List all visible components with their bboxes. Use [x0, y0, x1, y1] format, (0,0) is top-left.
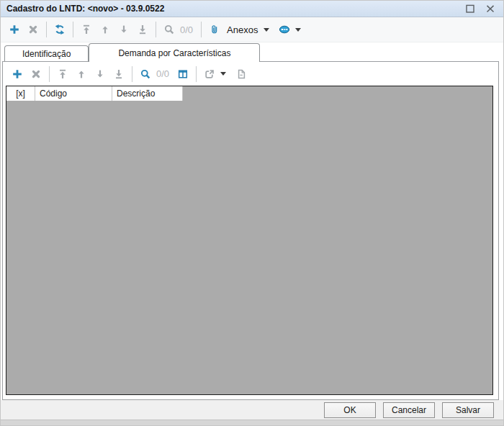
search-icon: [163, 24, 175, 35]
move-up-icon: [99, 24, 111, 35]
grid-export-button[interactable]: [200, 65, 219, 83]
search-icon: [140, 68, 151, 80]
footer-bar: OK Cancelar Salvar: [1, 400, 503, 420]
grid-header-row: [x] Código Descrição: [6, 86, 492, 101]
grid-move-last-button[interactable]: [109, 65, 128, 83]
toolbar-separator: [196, 66, 197, 82]
tab-identificacao[interactable]: Identificação: [4, 45, 89, 61]
record-counter: 0/0: [180, 24, 193, 35]
grid-column-header-codigo[interactable]: Código: [35, 86, 112, 101]
move-first-button[interactable]: [77, 20, 96, 39]
move-down-button[interactable]: [114, 20, 133, 39]
close-icon: [485, 3, 496, 14]
move-down-icon: [94, 68, 106, 80]
move-last-button[interactable]: [133, 20, 152, 39]
dialog-window: Cadastro do LNTD: <novo> - 03.9.0522: [0, 0, 504, 426]
print-dropdown-caret-icon[interactable]: [295, 28, 301, 32]
grid-column-header-descricao[interactable]: Descrição: [112, 86, 183, 101]
toolbar-separator: [73, 22, 73, 37]
refresh-icon: [54, 24, 66, 35]
add-icon: [9, 24, 20, 35]
tab-demanda-por-caracteristicas[interactable]: Demanda por Características: [89, 43, 260, 62]
refresh-button[interactable]: [50, 20, 69, 39]
grid-move-up-button[interactable]: [72, 65, 91, 83]
toolbar-separator: [156, 22, 156, 37]
move-first-icon: [57, 68, 68, 80]
print-button[interactable]: [275, 20, 294, 39]
grid-move-first-button[interactable]: [53, 65, 72, 83]
move-first-icon: [81, 24, 92, 35]
window-controls: [464, 3, 503, 14]
export-icon: [204, 68, 215, 80]
maximize-icon: [464, 3, 476, 14]
move-last-icon: [137, 24, 148, 35]
title-bar: Cadastro do LNTD: <novo> - 03.9.0522: [1, 1, 503, 17]
save-button[interactable]: Salvar: [442, 402, 494, 418]
toolbar-separator: [132, 66, 132, 82]
grid-search-button[interactable]: [136, 65, 155, 83]
cancel-button[interactable]: Cancelar: [383, 402, 435, 418]
columns-icon: [177, 68, 189, 80]
grid-delete-button[interactable]: [27, 65, 45, 83]
export-dropdown-caret-icon[interactable]: [220, 72, 226, 76]
window-title: Cadastro do LNTD: <novo> - 03.9.0522: [1, 4, 464, 14]
delete-icon: [27, 24, 39, 35]
delete-button[interactable]: [24, 20, 42, 39]
move-down-icon: [118, 24, 130, 35]
tab-strip: Identificação Demanda por Característica…: [2, 42, 499, 61]
tab-label: Identificação: [22, 49, 71, 59]
grid-toolbar: 0/0: [3, 62, 498, 86]
grid-add-button[interactable]: [8, 65, 27, 83]
grid-body-empty[interactable]: [6, 101, 492, 394]
move-last-icon: [113, 68, 125, 80]
add-button[interactable]: [5, 20, 24, 39]
paperclip-icon: [209, 24, 220, 35]
grid-record-counter: 0/0: [156, 68, 169, 79]
toolbar-separator: [49, 66, 50, 82]
window-bottom-edge: [1, 420, 503, 425]
toolbar-separator: [201, 22, 202, 37]
grid-columns-button[interactable]: [174, 65, 192, 83]
grid-move-down-button[interactable]: [91, 65, 109, 83]
main-toolbar: 0/0 Anexos: [1, 17, 503, 42]
move-up-icon: [76, 68, 87, 80]
close-button[interactable]: [485, 3, 496, 14]
maximize-button[interactable]: [464, 3, 476, 14]
tab-panel: 0/0 [x] Código Descrição: [2, 61, 499, 400]
printer-icon: [279, 24, 290, 35]
search-button[interactable]: [160, 20, 179, 39]
anexos-label[interactable]: Anexos: [227, 24, 258, 35]
move-up-button[interactable]: [96, 20, 114, 39]
anexos-button[interactable]: [205, 20, 224, 39]
anexos-dropdown-caret-icon[interactable]: [264, 28, 269, 32]
tab-label: Demanda por Características: [118, 48, 230, 58]
document-icon: [235, 68, 247, 80]
data-grid: [x] Código Descrição: [6, 86, 493, 395]
add-icon: [12, 68, 23, 80]
grid-report-button[interactable]: [232, 65, 251, 83]
ok-button[interactable]: OK: [324, 402, 376, 418]
grid-column-header-check[interactable]: [x]: [6, 86, 35, 101]
delete-icon: [30, 68, 42, 80]
toolbar-separator: [46, 22, 47, 37]
